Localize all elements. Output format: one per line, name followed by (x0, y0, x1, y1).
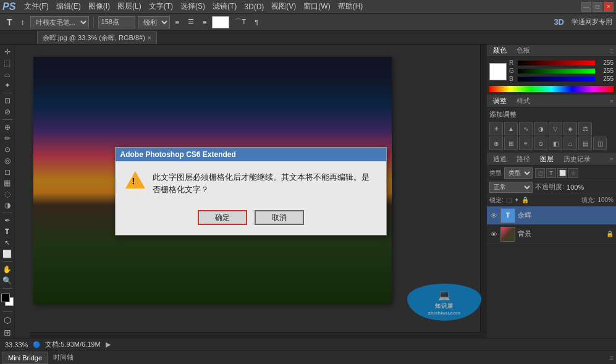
layers-tab[interactable]: 图层 (536, 154, 557, 164)
blue-slider[interactable] (518, 77, 595, 82)
align-right-icon[interactable]: ≡ (200, 17, 209, 28)
filter-shape-icon[interactable]: ⬜ (557, 168, 567, 178)
shape-tool[interactable]: ⬜ (1, 249, 14, 259)
filter-pixel-icon[interactable]: ◻ (535, 168, 545, 178)
brightness-icon[interactable]: ☀ (489, 122, 503, 135)
layers-menu-icon[interactable]: ≡ (610, 156, 614, 163)
colorlookup-icon[interactable]: ≡ (519, 137, 533, 150)
channel-mixer-icon[interactable]: ⊞ (504, 137, 518, 150)
history-brush-tool[interactable]: ◎ (1, 156, 14, 166)
menu-image[interactable]: 图像(I) (85, 1, 114, 12)
zoom-tool[interactable]: 🔍 (1, 276, 14, 286)
menu-window[interactable]: 窗口(W) (300, 1, 334, 12)
red-slider[interactable] (518, 61, 595, 66)
styles-tab[interactable]: 样式 (513, 96, 534, 106)
green-slider[interactable] (518, 69, 595, 74)
blend-mode-select[interactable]: 正常 (489, 182, 533, 193)
filter-adjust-icon[interactable]: T (546, 168, 556, 178)
color-picker[interactable] (1, 294, 14, 303)
layer-item-1[interactable]: 👁 背景 🔒 (487, 225, 616, 243)
lock-position-icon[interactable]: ✦ (514, 197, 519, 203)
cancel-button[interactable]: 取消 (255, 210, 304, 225)
close-button[interactable]: × (604, 2, 614, 12)
gradientmap-icon[interactable]: ▤ (578, 137, 592, 150)
align-left-icon[interactable]: ≡ (172, 17, 182, 28)
color-swatch[interactable] (489, 63, 507, 80)
lock-all-icon[interactable]: 🔒 (521, 197, 529, 203)
lock-pixel-icon[interactable]: ⬚ (506, 197, 512, 203)
menu-help[interactable]: 帮助(H) (334, 1, 367, 12)
layer-item-0[interactable]: 👁 T 余晖 (487, 206, 616, 225)
colorbalance-icon[interactable]: ⚖ (578, 122, 592, 135)
warp-text-icon[interactable]: ⌒T (232, 15, 249, 28)
filter-smart-icon[interactable]: ☆ (568, 168, 578, 178)
anti-alias-select[interactable]: 锐利 (138, 16, 170, 28)
text-color-swatch[interactable] (212, 16, 229, 28)
curves-icon[interactable]: ∿ (519, 122, 533, 135)
menu-layer[interactable]: 图层(L) (114, 1, 145, 12)
lasso-tool[interactable]: ⌓ (1, 69, 14, 79)
threshold-icon[interactable]: ⌂ (563, 137, 577, 150)
history-tab[interactable]: 历史记录 (560, 154, 594, 164)
gradient-tool[interactable]: ▦ (1, 178, 14, 188)
quick-mask-icon[interactable]: ⬡ (1, 315, 14, 326)
bottom-panel-menu-icon[interactable]: ≡ (609, 353, 614, 362)
swatches-tab[interactable]: 色板 (513, 46, 534, 55)
crop-tool[interactable]: ⊡ (1, 96, 14, 106)
adj-panel-menu-icon[interactable]: ≡ (610, 98, 614, 105)
font-size-input[interactable] (98, 16, 135, 28)
blur-tool[interactable]: ◌ (1, 189, 14, 199)
mini-bridge-tab[interactable]: Mini Bridge (2, 352, 48, 364)
menu-select[interactable]: 选择(S) (177, 1, 209, 12)
brush-tool[interactable]: ✏ (1, 133, 14, 143)
menu-view[interactable]: 视图(V) (268, 1, 300, 12)
eraser-tool[interactable]: ◻ (1, 167, 14, 177)
align-center-icon[interactable]: ☰ (185, 16, 197, 28)
maximize-button[interactable]: □ (593, 2, 602, 12)
document-tab-close[interactable]: × (148, 35, 151, 41)
color-tab[interactable]: 颜色 (489, 46, 510, 55)
pen-tool[interactable]: ✒ (1, 216, 14, 226)
posterize-icon[interactable]: ◧ (549, 137, 562, 150)
orientation-icon[interactable]: ↕ (18, 16, 28, 28)
character-panel-icon[interactable]: ¶ (251, 17, 261, 28)
adjustments-tab[interactable]: 调整 (489, 96, 510, 106)
status-arrow[interactable]: ▶ (106, 341, 111, 349)
confirm-button[interactable]: 确定 (198, 210, 247, 225)
spectrum-bar[interactable] (489, 86, 614, 92)
selectivecolor-icon[interactable]: ◫ (593, 137, 607, 150)
menu-edit[interactable]: 编辑(E) (53, 1, 85, 12)
document-tab[interactable]: 余晖.jpg @ 33.3% (余晖, RGB/8#) × (37, 32, 157, 44)
timeline-tab[interactable]: 时间轴 (48, 352, 79, 364)
vibrance-icon[interactable]: ▽ (549, 122, 562, 135)
marquee-tool[interactable]: ⬚ (1, 58, 14, 68)
font-family-select[interactable]: 叶根友毛笔... (30, 16, 89, 28)
screen-mode-icon[interactable]: ⊞ (1, 327, 14, 338)
menu-file[interactable]: 文件(F) (20, 1, 52, 12)
clone-tool[interactable]: ⊙ (1, 145, 14, 154)
minimize-button[interactable]: — (581, 2, 591, 12)
menu-type[interactable]: 文字(T) (145, 1, 177, 12)
menu-filter[interactable]: 滤镜(T) (209, 1, 240, 12)
path-selection-tool[interactable]: ↖ (1, 238, 14, 248)
layer-0-visibility[interactable]: 👁 (489, 211, 498, 220)
panel-menu-icon[interactable]: ≡ (610, 47, 614, 54)
menu-3d[interactable]: 3D(D) (240, 2, 268, 11)
layer-1-visibility[interactable]: 👁 (489, 230, 498, 239)
eyedropper-tool[interactable]: ⊘ (1, 107, 14, 117)
invert-icon[interactable]: ⊙ (534, 137, 547, 150)
healing-tool[interactable]: ⊕ (1, 122, 14, 132)
hsl-icon[interactable]: ◈ (563, 122, 577, 135)
levels-icon[interactable]: ▲ (504, 122, 518, 135)
move-tool[interactable]: ✛ (1, 47, 14, 57)
channel-tab[interactable]: 通道 (489, 154, 510, 164)
filter-type-select[interactable]: 类型 (504, 167, 533, 179)
magic-wand-tool[interactable]: ✦ (1, 80, 14, 90)
exposure-icon[interactable]: ◑ (534, 122, 547, 135)
type-tool[interactable]: T (1, 227, 14, 237)
dodge-tool[interactable]: ◑ (1, 200, 14, 210)
paths-tab[interactable]: 路径 (513, 154, 534, 164)
photo-filter-icon[interactable]: ⊕ (489, 137, 503, 150)
foreground-color[interactable] (1, 294, 10, 302)
hand-tool[interactable]: ✋ (1, 265, 14, 274)
